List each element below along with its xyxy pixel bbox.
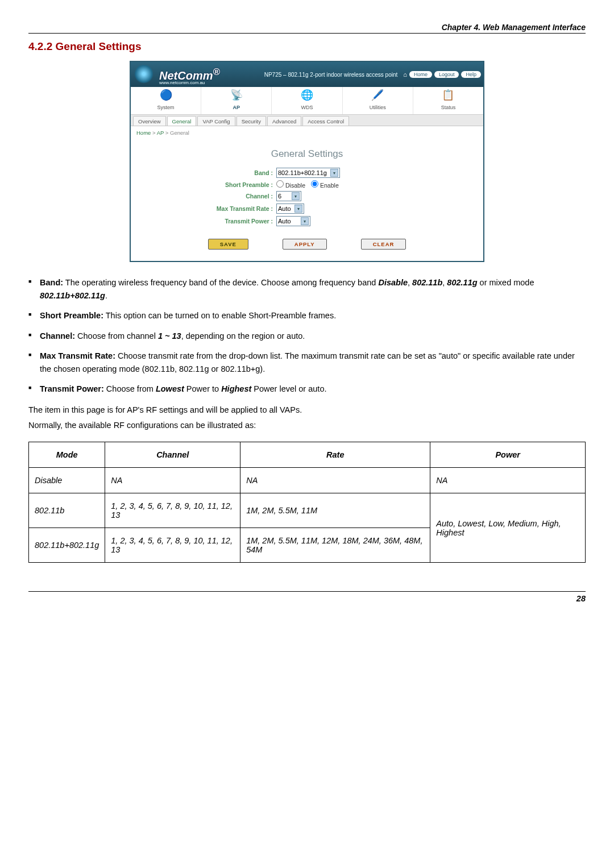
- tab-general[interactable]: General: [167, 116, 197, 126]
- device-description: NP725 – 802.11g 2-port indoor wireless a…: [264, 72, 398, 78]
- clear-button[interactable]: CLEAR: [361, 239, 406, 250]
- status-icon: 📋: [413, 89, 483, 101]
- nav-system[interactable]: 🔵 System: [131, 87, 201, 114]
- band-label: Band :: [148, 169, 276, 176]
- tab-vap-config[interactable]: VAP Config: [197, 116, 235, 126]
- ap-icon: 📡: [201, 89, 271, 101]
- preamble-label: Short Preamble :: [148, 181, 276, 188]
- tab-security[interactable]: Security: [237, 116, 266, 126]
- th-rate: Rate: [240, 442, 430, 468]
- nav-wds[interactable]: 🌐 WDS: [272, 87, 342, 114]
- nav-status[interactable]: 📋 Status: [413, 87, 483, 114]
- tab-overview[interactable]: Overview: [133, 116, 166, 126]
- tab-advanced[interactable]: Advanced: [267, 116, 301, 126]
- th-channel: Channel: [105, 442, 240, 468]
- channel-label: Channel :: [148, 193, 276, 200]
- table-row: 802.11b 1, 2, 3, 4, 5, 6, 7, 8, 9, 10, 1…: [29, 493, 586, 528]
- page-number: 28: [28, 591, 586, 603]
- txpower-label: Transmit Power :: [148, 218, 276, 225]
- sub-tabs: Overview General VAP Config Security Adv…: [131, 115, 483, 126]
- config-panel: General Settings Band : 802.11b+802.11g …: [131, 139, 483, 261]
- preamble-enable-radio[interactable]: Enable: [311, 180, 339, 189]
- description-list: Band: The operating wireless frequency b…: [28, 276, 586, 396]
- logout-link[interactable]: Logout: [434, 71, 459, 78]
- panel-title: General Settings: [148, 148, 466, 160]
- chapter-header: Chapter 4. Web Management Interface: [28, 23, 586, 34]
- home-icon: ⌂: [403, 71, 407, 78]
- chevron-down-icon: ▾: [294, 205, 302, 213]
- paragraph-rf-table-intro: Normally, the available RF configuration…: [28, 419, 586, 431]
- td-power-merged: Auto, Lowest, Low, Medium, High, Highest: [430, 493, 586, 563]
- bullet-band: Band: The operating wireless frequency b…: [40, 276, 586, 302]
- table-row: Disable NA NA NA: [29, 468, 586, 493]
- crumb-leaf: General: [170, 130, 189, 136]
- bullet-txpower: Transmit Power: Choose from Lowest Power…: [40, 383, 586, 396]
- bullet-channel: Channel: Choose from channel 1 ~ 13, dep…: [40, 330, 586, 343]
- app-header: NetComm® www.netcomm.com.au NP725 – 802.…: [131, 62, 483, 87]
- paragraph-rf-note: The item in this page is for AP's RF set…: [28, 404, 586, 416]
- section-title: 4.2.2 General Settings: [28, 40, 586, 53]
- nav-ap[interactable]: 📡 AP: [201, 87, 272, 114]
- system-icon: 🔵: [131, 89, 201, 101]
- main-nav: 🔵 System 📡 AP 🌐 WDS 🖊️ Utilities 📋 Statu…: [131, 87, 483, 115]
- chevron-down-icon: ▾: [292, 192, 300, 200]
- apply-button[interactable]: APPLY: [283, 239, 327, 250]
- brand-sparkle-icon: [134, 64, 154, 84]
- nav-utilities[interactable]: 🖊️ Utilities: [343, 87, 413, 114]
- config-screenshot: NetComm® www.netcomm.com.au NP725 – 802.…: [130, 61, 484, 262]
- th-power: Power: [430, 442, 586, 468]
- chevron-down-icon: ▾: [301, 217, 309, 225]
- channel-select[interactable]: 6 ▾: [276, 191, 301, 201]
- maxrate-select[interactable]: Auto ▾: [276, 203, 304, 214]
- save-button[interactable]: SAVE: [208, 239, 248, 250]
- preamble-disable-radio[interactable]: Disable: [276, 180, 305, 189]
- crumb-home[interactable]: Home: [136, 130, 151, 136]
- txpower-select[interactable]: Auto ▾: [276, 216, 310, 226]
- rf-config-table: Mode Channel Rate Power Disable NA NA NA…: [28, 442, 586, 563]
- maxrate-label: Max Transmit Rate :: [148, 205, 276, 212]
- chevron-down-icon: ▾: [330, 169, 338, 177]
- tab-access-control[interactable]: Access Control: [302, 116, 349, 126]
- home-link[interactable]: Home: [409, 71, 432, 78]
- brand-url: www.netcomm.com.au: [159, 80, 205, 85]
- bullet-preamble: Short Preamble: This option can be turne…: [40, 309, 586, 322]
- help-link[interactable]: Help: [461, 71, 481, 78]
- utilities-icon: 🖊️: [343, 89, 413, 101]
- wds-icon: 🌐: [272, 89, 342, 101]
- crumb-ap[interactable]: AP: [157, 130, 164, 136]
- band-select[interactable]: 802.11b+802.11g ▾: [276, 168, 340, 178]
- breadcrumb: Home > AP > General: [131, 126, 483, 139]
- th-mode: Mode: [29, 442, 105, 468]
- bullet-maxrate: Max Transmit Rate: Choose transmit rate …: [40, 350, 586, 376]
